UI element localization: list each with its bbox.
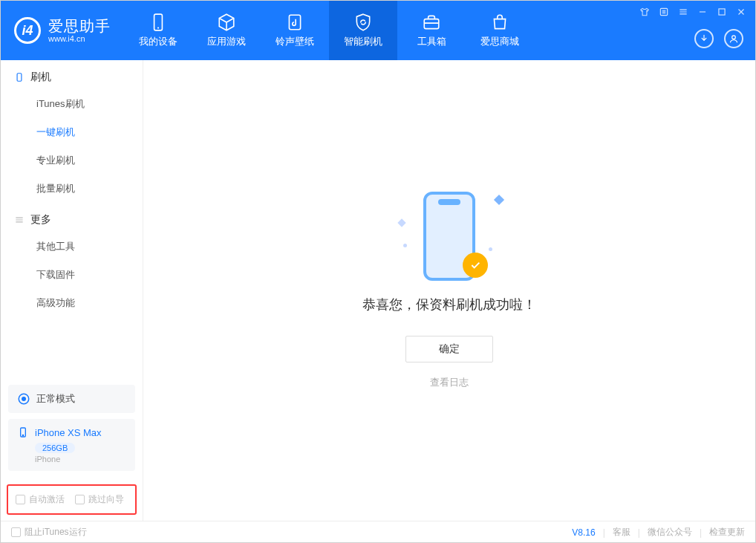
tab-apps-games[interactable]: 应用游戏	[192, 1, 261, 60]
maximize-icon[interactable]	[717, 7, 727, 17]
minimize-icon[interactable]	[697, 7, 708, 17]
checkbox-icon	[75, 495, 85, 504]
cube-icon	[217, 13, 236, 32]
sidebar-item-other-tools[interactable]: 其他工具	[1, 233, 143, 261]
close-icon[interactable]	[736, 7, 746, 17]
checkbox-icon	[16, 495, 25, 504]
sidebar-item-itunes-flash[interactable]: iTunes刷机	[1, 90, 143, 118]
check-badge-icon	[463, 253, 488, 278]
list-icon[interactable]	[659, 7, 669, 17]
view-log-link[interactable]: 查看日志	[430, 376, 469, 389]
download-button[interactable]	[694, 29, 714, 48]
more-icon	[14, 215, 25, 225]
ok-button[interactable]: 确定	[405, 336, 493, 362]
menu-icon[interactable]	[678, 7, 688, 17]
checkbox-auto-activate[interactable]: 自动激活	[16, 493, 65, 506]
app-subtitle: www.i4.cn	[48, 34, 111, 43]
toolbox-icon	[422, 13, 441, 32]
tab-ringtone-wallpaper[interactable]: 铃声壁纸	[261, 1, 329, 60]
sidebar-item-pro-flash[interactable]: 专业刷机	[1, 146, 143, 175]
checkbox-skip-guide[interactable]: 跳过向导	[75, 493, 124, 506]
svg-rect-7	[17, 74, 22, 82]
sidebar-item-onekey-flash[interactable]: 一键刷机	[1, 118, 143, 146]
footer: 阻止iTunes运行 V8.16 | 客服 | 微信公众号 | 检查更新	[1, 521, 755, 543]
svg-point-1	[157, 27, 159, 29]
logo: i4 爱思助手 www.i4.cn	[1, 17, 124, 44]
main-content: 恭喜您，保资料刷机成功啦！ 确定 查看日志	[143, 60, 755, 521]
footer-link-wechat[interactable]: 微信公众号	[648, 526, 692, 539]
checkbox-icon	[11, 527, 21, 537]
header: i4 爱思助手 www.i4.cn 我的设备 应用游戏 铃声壁纸 智能刷机 工具…	[1, 1, 755, 60]
app-title: 爱思助手	[48, 18, 111, 34]
svg-rect-2	[289, 15, 300, 30]
shield-refresh-icon	[353, 13, 373, 32]
success-message: 恭喜您，保资料刷机成功啦！	[362, 296, 536, 313]
sidebar-item-advanced[interactable]: 高级功能	[1, 289, 143, 317]
footer-link-support[interactable]: 客服	[613, 526, 630, 539]
device-icon	[17, 426, 29, 438]
phone-icon	[149, 13, 168, 32]
tab-store[interactable]: 爱思商城	[466, 1, 534, 60]
svg-rect-3	[424, 19, 439, 29]
tab-toolbox[interactable]: 工具箱	[397, 1, 466, 60]
phone-small-icon	[14, 72, 25, 82]
sidebar-header-more: 更多	[1, 203, 143, 233]
device-box[interactable]: iPhone XS Max 256GB iPhone	[8, 419, 135, 471]
svg-rect-5	[719, 9, 725, 15]
svg-point-11	[22, 435, 23, 435]
sidebar-item-download-firmware[interactable]: 下载固件	[1, 261, 143, 289]
music-file-icon	[285, 13, 304, 32]
svg-point-9	[22, 397, 26, 401]
footer-link-update[interactable]: 检查更新	[709, 526, 745, 539]
svg-point-6	[732, 36, 736, 39]
success-illustration	[405, 192, 494, 281]
device-capacity: 256GB	[35, 443, 75, 453]
sidebar-header-flash: 刷机	[1, 60, 143, 90]
device-type: iPhone	[35, 455, 126, 464]
checkbox-block-itunes[interactable]: 阻止iTunes运行	[11, 526, 87, 539]
logo-icon: i4	[14, 17, 41, 44]
sidebar-item-batch-flash[interactable]: 批量刷机	[1, 175, 143, 203]
bag-icon	[490, 13, 509, 32]
tab-smart-flash[interactable]: 智能刷机	[329, 1, 397, 60]
tshirt-icon[interactable]	[639, 7, 650, 17]
version-label: V8.16	[572, 527, 595, 538]
mode-box[interactable]: 正常模式	[8, 385, 135, 413]
options-box: 自动激活 跳过向导	[7, 484, 137, 515]
user-button[interactable]	[724, 29, 743, 48]
mode-icon	[17, 392, 30, 406]
sidebar: 刷机 iTunes刷机 一键刷机 专业刷机 批量刷机 更多 其他工具 下载固件 …	[1, 60, 143, 521]
tab-my-device[interactable]: 我的设备	[124, 1, 192, 60]
